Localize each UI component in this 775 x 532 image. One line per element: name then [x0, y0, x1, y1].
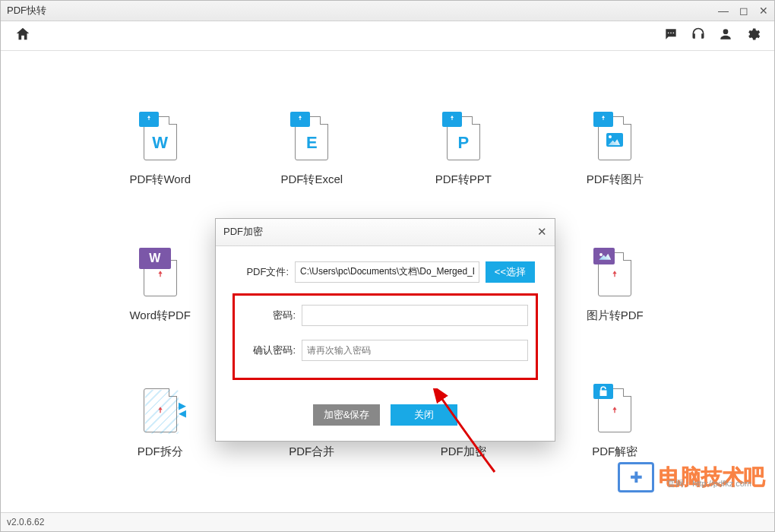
- highlight-box: 密码: 确认密码:: [232, 293, 538, 380]
- close-dialog-button[interactable]: 关闭: [391, 404, 457, 426]
- pdf-icon: [609, 406, 621, 418]
- chat-button[interactable]: [663, 27, 679, 45]
- feature-label: PDF拆分: [138, 445, 183, 459]
- feature-label: PDF转图片: [587, 173, 644, 187]
- toolbar-right: [663, 27, 761, 45]
- file-icon: [593, 248, 636, 299]
- feature-image-to-pdf[interactable]: 图片转PDF: [547, 248, 684, 323]
- svg-point-2: [673, 32, 675, 33]
- password-label: 密码:: [242, 309, 296, 322]
- image-badge-icon: [593, 248, 615, 264]
- svg-point-1: [670, 32, 672, 33]
- word-letter-icon: W: [152, 133, 168, 153]
- choose-file-button[interactable]: <<选择: [486, 261, 535, 283]
- support-button[interactable]: [691, 27, 706, 45]
- file-icon: W: [139, 248, 182, 299]
- statusbar: v2.0.6.62: [1, 512, 774, 531]
- feature-label: Word转PDF: [129, 309, 191, 323]
- feature-word-to-pdf[interactable]: W Word转PDF: [92, 248, 229, 323]
- pdf-badge-icon: [442, 112, 462, 127]
- pdf-icon: [609, 270, 621, 282]
- password-row: 密码:: [242, 305, 528, 326]
- pdf-badge-icon: [290, 112, 310, 127]
- maximize-button[interactable]: ◻: [739, 5, 748, 16]
- feature-pdf-to-image[interactable]: PDF转图片: [547, 112, 684, 187]
- file-row: PDF文件: <<选择: [236, 261, 535, 283]
- file-icon: ▶◀: [139, 384, 182, 435]
- confirm-password-input[interactable]: [302, 340, 528, 361]
- feature-label: PDF转Word: [129, 173, 191, 187]
- file-label: PDF文件:: [236, 265, 289, 279]
- feature-pdf-decrypt[interactable]: PDF解密: [547, 384, 684, 459]
- dialog-title: PDF加密: [223, 225, 263, 239]
- feature-pdf-to-word[interactable]: W PDF转Word: [92, 112, 229, 187]
- feature-pdf-to-excel[interactable]: E PDF转Excel: [244, 112, 381, 187]
- pdf-icon: [154, 406, 166, 418]
- unlock-badge-icon: [593, 384, 613, 399]
- gear-icon: [745, 27, 761, 42]
- svg-point-0: [668, 32, 669, 33]
- headset-icon: [691, 27, 706, 42]
- password-input[interactable]: [302, 305, 528, 326]
- file-icon: P: [442, 112, 485, 163]
- feature-label: PDF转Excel: [280, 173, 343, 187]
- app-window: PDF快转 — ◻ ✕ W PDF转W: [0, 0, 775, 532]
- feature-label: PDF合并: [289, 445, 334, 459]
- version-label: v2.0.6.62: [7, 517, 44, 527]
- image-icon: [606, 133, 623, 147]
- dialog-close-button[interactable]: ✕: [537, 225, 547, 239]
- dialog-titlebar: PDF加密 ✕: [216, 219, 555, 246]
- pdf-badge-icon: [593, 112, 613, 127]
- watermark-subtext: 官网：http://pdfkz.com: [667, 478, 751, 489]
- dialog-body: PDF文件: <<选择 密码: 确认密码:: [216, 246, 555, 404]
- file-icon: E: [290, 112, 333, 163]
- user-icon: [718, 27, 733, 42]
- encrypt-save-button[interactable]: 加密&保存: [313, 404, 380, 426]
- pdf-icon: [154, 270, 166, 282]
- file-path-input[interactable]: [295, 261, 479, 283]
- pdf-badge-icon: [139, 112, 159, 127]
- lock-open-icon: [596, 385, 610, 398]
- split-arrows-icon: ▶◀: [179, 401, 186, 417]
- close-window-button[interactable]: ✕: [759, 5, 768, 16]
- app-title: PDF快转: [7, 4, 46, 17]
- feature-pdf-split[interactable]: ▶◀ PDF拆分: [92, 384, 229, 459]
- dialog-footer: 加密&保存 关闭: [216, 404, 555, 441]
- file-icon: [593, 112, 636, 163]
- file-icon: W: [139, 112, 182, 163]
- window-controls: — ◻ ✕: [718, 5, 768, 16]
- toolbar: [1, 21, 774, 51]
- encrypt-dialog: PDF加密 ✕ PDF文件: <<选择 密码: 确认密码:: [215, 218, 555, 442]
- ppt-letter-icon: P: [457, 133, 469, 153]
- home-button[interactable]: [14, 26, 31, 46]
- speech-bubble-icon: [663, 27, 679, 42]
- confirm-password-row: 确认密码:: [242, 340, 528, 361]
- feature-label: 图片转PDF: [587, 309, 644, 323]
- word-badge-icon: W: [139, 248, 171, 269]
- feature-label: PDF解密: [592, 445, 637, 459]
- titlebar: PDF快转 — ◻ ✕: [1, 1, 774, 21]
- file-icon: [593, 384, 636, 435]
- feature-label: PDF加密: [441, 445, 486, 459]
- feature-label: PDF转PPT: [435, 173, 492, 187]
- feature-pdf-to-ppt[interactable]: P PDF转PPT: [395, 112, 532, 187]
- confirm-password-label: 确认密码:: [242, 344, 296, 357]
- home-icon: [14, 26, 31, 43]
- content-area: W PDF转Word E PDF转Excel P PDF转PPT: [1, 51, 774, 512]
- excel-letter-icon: E: [306, 133, 318, 153]
- minimize-button[interactable]: —: [718, 5, 729, 16]
- account-button[interactable]: [718, 27, 733, 45]
- settings-button[interactable]: [745, 27, 761, 45]
